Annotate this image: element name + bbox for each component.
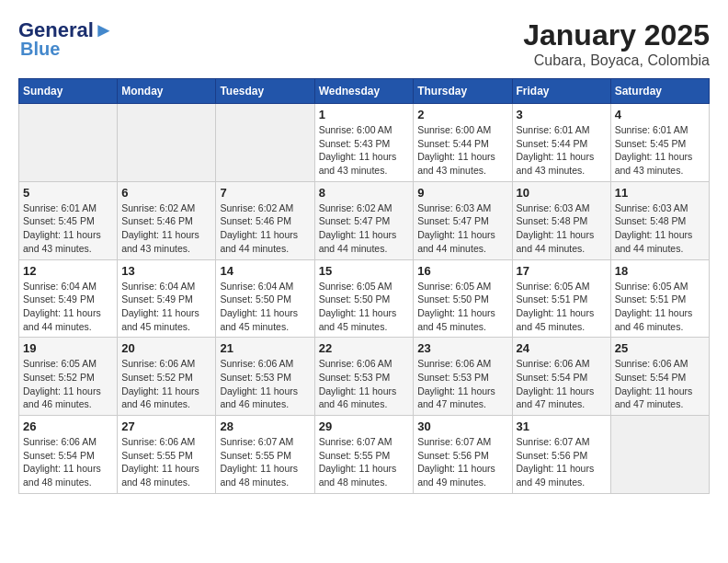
calendar-header-cell: Monday bbox=[118, 79, 216, 104]
calendar-day-cell: 1Sunrise: 6:00 AMSunset: 5:43 PMDaylight… bbox=[314, 104, 414, 182]
day-number: 22 bbox=[319, 341, 410, 355]
calendar-day-cell: 4Sunrise: 6:01 AMSunset: 5:45 PMDaylight… bbox=[610, 104, 709, 182]
day-number: 28 bbox=[220, 419, 310, 433]
calendar-day-cell: 15Sunrise: 6:05 AMSunset: 5:50 PMDayligh… bbox=[314, 259, 414, 338]
day-number: 15 bbox=[319, 264, 410, 278]
title-area: January 2025 Cubara, Boyaca, Colombia bbox=[523, 18, 710, 69]
day-number: 20 bbox=[121, 341, 211, 355]
calendar-header-cell: Thursday bbox=[414, 79, 512, 104]
calendar-day-cell: 14Sunrise: 6:04 AMSunset: 5:50 PMDayligh… bbox=[216, 259, 314, 338]
day-number: 4 bbox=[615, 108, 705, 121]
calendar-day-cell: 24Sunrise: 6:06 AMSunset: 5:54 PMDayligh… bbox=[512, 338, 610, 416]
day-info: Sunrise: 6:02 AMSunset: 5:47 PMDaylight:… bbox=[319, 201, 410, 256]
day-number: 7 bbox=[220, 186, 310, 200]
calendar-header-cell: Saturday bbox=[610, 79, 709, 104]
day-info: Sunrise: 6:00 AMSunset: 5:43 PMDaylight:… bbox=[319, 123, 410, 178]
calendar-header-cell: Tuesday bbox=[216, 79, 314, 104]
day-number: 8 bbox=[319, 186, 410, 200]
day-number: 12 bbox=[23, 264, 113, 278]
day-number: 29 bbox=[319, 419, 410, 433]
calendar-day-cell: 10Sunrise: 6:03 AMSunset: 5:48 PMDayligh… bbox=[512, 181, 610, 259]
day-info: Sunrise: 6:06 AMSunset: 5:52 PMDaylight:… bbox=[121, 357, 211, 411]
day-number: 3 bbox=[517, 108, 607, 121]
day-info: Sunrise: 6:06 AMSunset: 5:55 PMDaylight:… bbox=[121, 435, 211, 489]
day-number: 27 bbox=[121, 419, 211, 433]
day-info: Sunrise: 6:06 AMSunset: 5:54 PMDaylight:… bbox=[517, 357, 607, 411]
calendar-day-cell: 16Sunrise: 6:05 AMSunset: 5:50 PMDayligh… bbox=[414, 259, 512, 338]
calendar-day-cell: 23Sunrise: 6:06 AMSunset: 5:53 PMDayligh… bbox=[414, 338, 512, 416]
calendar-table: SundayMondayTuesdayWednesdayThursdayFrid… bbox=[18, 78, 710, 494]
day-info: Sunrise: 6:06 AMSunset: 5:54 PMDaylight:… bbox=[615, 357, 705, 411]
day-number: 17 bbox=[517, 264, 607, 278]
calendar-day-cell: 22Sunrise: 6:06 AMSunset: 5:53 PMDayligh… bbox=[314, 338, 414, 416]
calendar-day-cell: 17Sunrise: 6:05 AMSunset: 5:51 PMDayligh… bbox=[512, 259, 610, 338]
calendar-day-cell: 26Sunrise: 6:06 AMSunset: 5:54 PMDayligh… bbox=[19, 416, 118, 494]
day-number: 2 bbox=[417, 108, 507, 121]
calendar-day-cell: 9Sunrise: 6:03 AMSunset: 5:47 PMDaylight… bbox=[414, 181, 512, 259]
day-info: Sunrise: 6:03 AMSunset: 5:47 PMDaylight:… bbox=[417, 201, 507, 256]
day-info: Sunrise: 6:01 AMSunset: 5:45 PMDaylight:… bbox=[23, 201, 113, 256]
day-number: 9 bbox=[417, 186, 507, 200]
day-number: 24 bbox=[517, 341, 607, 355]
calendar-day-cell: 13Sunrise: 6:04 AMSunset: 5:49 PMDayligh… bbox=[118, 259, 216, 338]
calendar-day-cell: 5Sunrise: 6:01 AMSunset: 5:45 PMDaylight… bbox=[19, 181, 118, 259]
calendar-body: 1Sunrise: 6:00 AMSunset: 5:43 PMDaylight… bbox=[19, 104, 710, 494]
calendar-day-cell: 27Sunrise: 6:06 AMSunset: 5:55 PMDayligh… bbox=[118, 416, 216, 494]
calendar-week-row: 1Sunrise: 6:00 AMSunset: 5:43 PMDaylight… bbox=[19, 104, 710, 182]
calendar-day-cell: 12Sunrise: 6:04 AMSunset: 5:49 PMDayligh… bbox=[19, 259, 118, 338]
calendar-day-cell: 2Sunrise: 6:00 AMSunset: 5:44 PMDaylight… bbox=[414, 104, 512, 182]
calendar-day-cell bbox=[118, 104, 216, 182]
day-number: 6 bbox=[121, 186, 211, 200]
calendar-day-cell: 3Sunrise: 6:01 AMSunset: 5:44 PMDaylight… bbox=[512, 104, 610, 182]
day-info: Sunrise: 6:07 AMSunset: 5:56 PMDaylight:… bbox=[417, 435, 507, 489]
day-info: Sunrise: 6:06 AMSunset: 5:54 PMDaylight:… bbox=[23, 435, 113, 489]
day-info: Sunrise: 6:05 AMSunset: 5:50 PMDaylight:… bbox=[417, 280, 507, 334]
day-info: Sunrise: 6:01 AMSunset: 5:44 PMDaylight:… bbox=[517, 123, 607, 178]
calendar-day-cell: 28Sunrise: 6:07 AMSunset: 5:55 PMDayligh… bbox=[216, 416, 314, 494]
calendar-day-cell bbox=[19, 104, 118, 182]
day-info: Sunrise: 6:02 AMSunset: 5:46 PMDaylight:… bbox=[121, 201, 211, 256]
day-info: Sunrise: 6:07 AMSunset: 5:55 PMDaylight:… bbox=[319, 435, 410, 489]
calendar-header-cell: Sunday bbox=[19, 79, 118, 104]
calendar-day-cell: 8Sunrise: 6:02 AMSunset: 5:47 PMDaylight… bbox=[314, 181, 414, 259]
calendar-day-cell: 25Sunrise: 6:06 AMSunset: 5:54 PMDayligh… bbox=[610, 338, 709, 416]
calendar-header: SundayMondayTuesdayWednesdayThursdayFrid… bbox=[19, 79, 710, 104]
day-number: 30 bbox=[417, 419, 507, 433]
calendar-day-cell: 7Sunrise: 6:02 AMSunset: 5:46 PMDaylight… bbox=[216, 181, 314, 259]
day-info: Sunrise: 6:04 AMSunset: 5:50 PMDaylight:… bbox=[220, 280, 310, 334]
day-info: Sunrise: 6:04 AMSunset: 5:49 PMDaylight:… bbox=[23, 280, 113, 334]
day-info: Sunrise: 6:01 AMSunset: 5:45 PMDaylight:… bbox=[615, 123, 705, 178]
day-info: Sunrise: 6:07 AMSunset: 5:55 PMDaylight:… bbox=[220, 435, 310, 489]
page-header: General► Blue January 2025 Cubara, Boyac… bbox=[18, 18, 710, 69]
day-info: Sunrise: 6:06 AMSunset: 5:53 PMDaylight:… bbox=[220, 357, 310, 411]
day-number: 13 bbox=[121, 264, 211, 278]
day-number: 21 bbox=[220, 341, 310, 355]
calendar-day-cell bbox=[216, 104, 314, 182]
day-info: Sunrise: 6:03 AMSunset: 5:48 PMDaylight:… bbox=[517, 201, 607, 256]
calendar-day-cell: 19Sunrise: 6:05 AMSunset: 5:52 PMDayligh… bbox=[19, 338, 118, 416]
calendar-day-cell: 18Sunrise: 6:05 AMSunset: 5:51 PMDayligh… bbox=[610, 259, 709, 338]
calendar-day-cell bbox=[610, 416, 709, 494]
calendar-day-cell: 6Sunrise: 6:02 AMSunset: 5:46 PMDaylight… bbox=[118, 181, 216, 259]
day-number: 23 bbox=[417, 341, 507, 355]
calendar-day-cell: 11Sunrise: 6:03 AMSunset: 5:48 PMDayligh… bbox=[610, 181, 709, 259]
calendar-week-row: 12Sunrise: 6:04 AMSunset: 5:49 PMDayligh… bbox=[19, 259, 710, 338]
calendar-day-cell: 21Sunrise: 6:06 AMSunset: 5:53 PMDayligh… bbox=[216, 338, 314, 416]
logo: General► Blue bbox=[18, 18, 114, 60]
day-number: 14 bbox=[220, 264, 310, 278]
day-info: Sunrise: 6:05 AMSunset: 5:51 PMDaylight:… bbox=[615, 280, 705, 334]
day-number: 1 bbox=[319, 108, 410, 121]
calendar-week-row: 19Sunrise: 6:05 AMSunset: 5:52 PMDayligh… bbox=[19, 338, 710, 416]
calendar-day-cell: 31Sunrise: 6:07 AMSunset: 5:56 PMDayligh… bbox=[512, 416, 610, 494]
day-info: Sunrise: 6:05 AMSunset: 5:52 PMDaylight:… bbox=[23, 357, 113, 411]
day-info: Sunrise: 6:04 AMSunset: 5:49 PMDaylight:… bbox=[121, 280, 211, 334]
day-number: 5 bbox=[23, 186, 113, 200]
day-number: 11 bbox=[615, 186, 705, 200]
calendar-day-cell: 20Sunrise: 6:06 AMSunset: 5:52 PMDayligh… bbox=[118, 338, 216, 416]
logo-blue: Blue bbox=[20, 39, 60, 60]
day-info: Sunrise: 6:05 AMSunset: 5:50 PMDaylight:… bbox=[319, 280, 410, 334]
day-info: Sunrise: 6:07 AMSunset: 5:56 PMDaylight:… bbox=[517, 435, 607, 489]
day-number: 10 bbox=[517, 186, 607, 200]
calendar-week-row: 26Sunrise: 6:06 AMSunset: 5:54 PMDayligh… bbox=[19, 416, 710, 494]
day-info: Sunrise: 6:02 AMSunset: 5:46 PMDaylight:… bbox=[220, 201, 310, 256]
